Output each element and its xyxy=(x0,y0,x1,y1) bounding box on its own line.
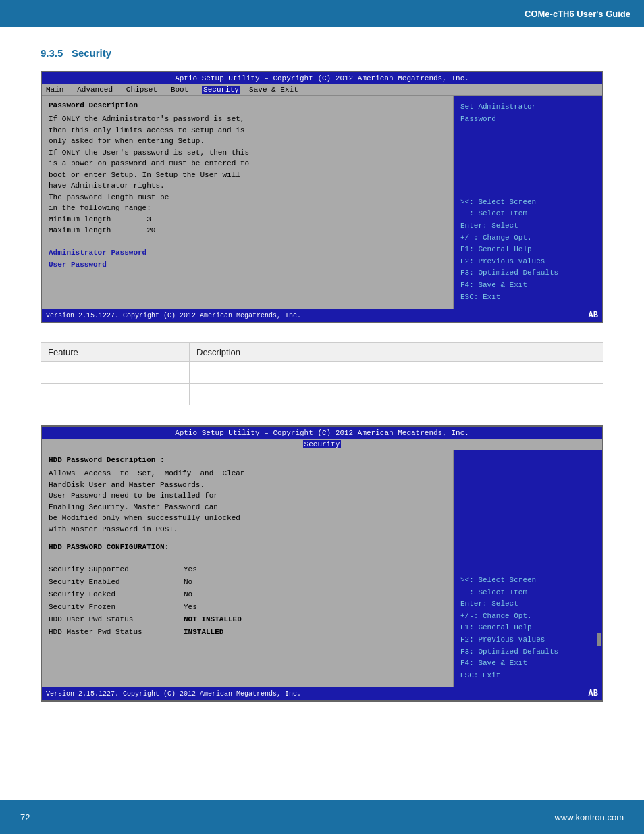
bios2-hdd-desc-text: Allows Access to Set, Modify and Clear H… xyxy=(49,468,446,535)
bios2-security-locked-label: Security Locked xyxy=(49,588,170,601)
bios1-user-password-link[interactable]: User Password xyxy=(49,261,446,269)
header-bar: COMe-cTH6 User's Guide xyxy=(0,0,644,27)
table-header-description: Description xyxy=(190,343,603,362)
section-heading: 9.3.5 Security xyxy=(41,47,603,59)
bios2-key-help: ><: Select Screen : Select Item Enter: S… xyxy=(460,456,595,681)
bios1-left-panel: Password Description If ONLY the Adminis… xyxy=(42,96,454,309)
bios2-hdd-master-val: INSTALLED xyxy=(184,626,242,639)
bios1-menu-bar: Main Advanced Chipset Boot Security Save… xyxy=(42,84,602,96)
bios2-menu-bar: Security xyxy=(42,439,602,450)
footer-website: www.kontron.com xyxy=(554,812,624,823)
section-number: 9.3.5 xyxy=(41,47,63,59)
bios2-title-text: Aptio Setup Utility – Copyright (C) 2012… xyxy=(175,429,469,437)
header-title: COMe-cTH6 User's Guide xyxy=(525,9,630,19)
table-cell-feature-2 xyxy=(41,384,190,405)
table-header-feature: Feature xyxy=(41,343,190,362)
feature-table: Feature Description xyxy=(41,342,603,405)
bios1-title-bar: Aptio Setup Utility – Copyright (C) 2012… xyxy=(42,72,602,84)
bios1-menu-chipset: Chipset xyxy=(126,86,166,94)
table-cell-feature-1 xyxy=(41,362,190,384)
bios1-admin-password-link[interactable]: Administrator Password xyxy=(49,249,446,257)
bios2-security-frozen-label: Security Frozen xyxy=(49,601,170,614)
bios2-right-panel: ><: Select Screen : Select Item Enter: S… xyxy=(454,450,602,687)
bios2-menu-security[interactable]: Security xyxy=(303,440,342,448)
bios2-security-supported-val: Yes xyxy=(184,563,242,576)
table-cell-desc-2 xyxy=(190,384,603,405)
bios1-title-text: Aptio Setup Utility – Copyright (C) 2012… xyxy=(175,74,469,82)
bios2-config-title: HDD PASSWORD CONFIGURATION: xyxy=(49,543,446,551)
bios1-password-desc-text: If ONLY the Administrator's password is … xyxy=(49,113,446,236)
bios2-body: HDD Password Description : Allows Access… xyxy=(42,450,602,687)
bios2-security-enabled-label: Security Enabled xyxy=(49,576,170,589)
bios2-security-supported-label: Security Supported xyxy=(49,563,170,576)
bios2-hdd-user-label: HDD User Pwd Status xyxy=(49,613,170,626)
page-footer: 72 www.kontron.com xyxy=(0,800,644,834)
bios2-left-panel: HDD Password Description : Allows Access… xyxy=(42,450,454,687)
page-number: 72 xyxy=(20,812,30,823)
bios1-key-help: ><: Select Screen : Select Item Enter: S… xyxy=(460,198,558,301)
bios2-footer-text: Version 2.15.1227. Copyright (C) 2012 Am… xyxy=(46,690,301,698)
bios2-hdd-user-val: NOT INSTALLED xyxy=(184,613,242,626)
table-row xyxy=(41,362,603,384)
bios1-footer: Version 2.15.1227. Copyright (C) 2012 Am… xyxy=(42,309,602,322)
bios2-ab-logo: AB xyxy=(589,689,598,698)
bios2-hdd-master-label: HDD Master Pwd Status xyxy=(49,626,170,639)
bios2-config-items: Security Supported Yes Security EnabledN… xyxy=(49,563,446,638)
bios-screen-2: Aptio Setup Utility – Copyright (C) 2012… xyxy=(41,425,603,702)
bios1-body: Password Description If ONLY the Adminis… xyxy=(42,96,602,309)
bios2-security-enabled-val: No xyxy=(184,576,242,589)
bios1-menu-boot: Boot xyxy=(171,86,198,94)
bios1-footer-text: Version 2.15.1227. Copyright (C) 2012 Am… xyxy=(46,312,301,319)
bios1-password-desc-title: Password Description xyxy=(49,101,446,109)
table-cell-desc-1 xyxy=(190,362,603,384)
bios1-set-admin-title: Set AdministratorPassword ><: Select Scr… xyxy=(460,101,595,303)
bios2-title-bar: Aptio Setup Utility – Copyright (C) 2012… xyxy=(42,427,602,439)
bios1-ab-logo: AB xyxy=(589,311,598,320)
bios1-menu-advanced: Advanced xyxy=(77,86,122,94)
main-content: 9.3.5 Security Aptio Setup Utility – Cop… xyxy=(0,27,644,775)
bios2-hdd-desc-title: HDD Password Description : xyxy=(49,456,446,464)
bios1-menu-main: Main xyxy=(46,86,73,94)
bios2-footer: Version 2.15.1227. Copyright (C) 2012 Am… xyxy=(42,687,602,700)
bios2-security-locked-val: No xyxy=(184,588,242,601)
bios1-right-panel: Set AdministratorPassword ><: Select Scr… xyxy=(454,96,602,309)
bios2-security-frozen-val: Yes xyxy=(184,601,242,614)
bios1-menu-security[interactable]: Security xyxy=(202,86,240,94)
bios-screen-1: Aptio Setup Utility – Copyright (C) 2012… xyxy=(41,71,603,323)
table-row xyxy=(41,384,603,405)
section-title: Security xyxy=(72,47,111,59)
bios1-menu-save: Save & Exit xyxy=(245,86,298,94)
bios2-scrollbar xyxy=(597,633,601,646)
